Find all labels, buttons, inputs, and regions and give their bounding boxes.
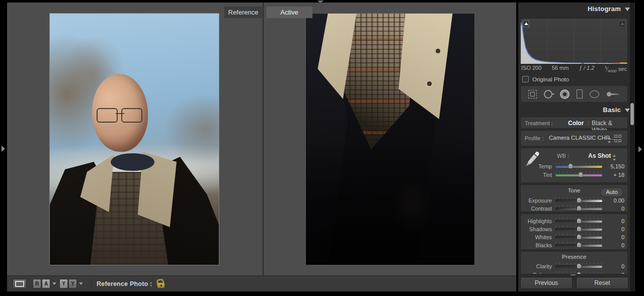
presence-box: Presence Clarity 0 Dehaze 0 bbox=[520, 251, 628, 274]
shadows-slider-row: Shadows 0 bbox=[521, 225, 626, 233]
blacks-slider[interactable] bbox=[555, 242, 602, 248]
auto-tone-button[interactable]: Auto bbox=[600, 187, 623, 197]
tint-slider[interactable] bbox=[555, 171, 602, 178]
dehaze-slider[interactable] bbox=[555, 271, 602, 274]
exposure-label: Exposure bbox=[521, 198, 552, 204]
glasses-bridge bbox=[116, 113, 125, 114]
temp-value: 5,150 bbox=[602, 163, 626, 169]
collapse-triangle-icon[interactable] bbox=[625, 109, 630, 112]
exposure-slider-row: Exposure 0.00 bbox=[521, 196, 626, 204]
blacks-value: 0 bbox=[602, 242, 626, 248]
highlights-slider[interactable] bbox=[555, 218, 602, 224]
portrait-head bbox=[92, 74, 148, 152]
glasses-lens-right bbox=[121, 108, 142, 123]
reference-pane: Reference bbox=[7, 3, 264, 275]
contrast-label: Contrast bbox=[521, 206, 552, 212]
focal-length-value: 56 mm bbox=[552, 65, 569, 73]
whites-slider-row: Whites 0 bbox=[521, 233, 626, 241]
histogram-title: Histogram bbox=[588, 5, 621, 13]
shadows-slider[interactable] bbox=[555, 226, 602, 232]
dehaze-slider-row: Dehaze 0 bbox=[521, 271, 626, 274]
spot-removal-icon[interactable] bbox=[544, 90, 552, 98]
after-view-button[interactable]: Y bbox=[68, 279, 77, 288]
radial-filter-icon[interactable] bbox=[590, 90, 599, 98]
tab-reference[interactable]: Reference bbox=[224, 7, 262, 18]
original-photo-checkbox[interactable] bbox=[522, 76, 529, 82]
before-view-button[interactable]: Y bbox=[59, 279, 68, 288]
right-panel-reveal-arrow[interactable] bbox=[638, 146, 642, 152]
whites-slider[interactable] bbox=[555, 234, 602, 240]
profile-stepper[interactable] bbox=[607, 137, 611, 143]
treatment-box: Treatment : Color | Black & White bbox=[520, 117, 628, 129]
clarity-slider[interactable] bbox=[555, 263, 602, 269]
shutter-speed-value: 1⁄4000 sec bbox=[605, 65, 627, 73]
collapse-triangle-icon[interactable] bbox=[625, 8, 630, 11]
panel-scrollbar[interactable] bbox=[630, 3, 634, 291]
active-pane: Active bbox=[264, 3, 516, 275]
tool-strip bbox=[520, 85, 628, 103]
glasses-lens-left bbox=[97, 108, 118, 123]
wb-stepper[interactable] bbox=[612, 155, 616, 161]
histogram[interactable] bbox=[520, 18, 628, 64]
reset-button[interactable]: Reset bbox=[576, 277, 628, 289]
active-view-button[interactable]: A bbox=[42, 279, 50, 288]
basic-panel-header[interactable]: Basic bbox=[518, 106, 630, 114]
shadow-clipping-indicator[interactable] bbox=[523, 21, 529, 27]
adjustment-brush-icon[interactable] bbox=[607, 90, 620, 97]
clarity-value: 0 bbox=[602, 263, 626, 269]
temp-slider[interactable] bbox=[555, 163, 602, 169]
whites-label: Whites bbox=[521, 234, 552, 240]
profile-label: Profile : bbox=[525, 135, 543, 141]
shadow-vignette bbox=[306, 14, 474, 265]
reference-photo-label: Reference Photo : bbox=[97, 280, 152, 287]
active-photo[interactable] bbox=[306, 14, 474, 265]
bottom-toolbar: R A Y Y Reference Photo : bbox=[7, 275, 516, 291]
light-sliders-box: Highlights 0 Shadows 0 Whites 0 Blacks 0 bbox=[520, 214, 628, 250]
reference-photo[interactable] bbox=[50, 14, 219, 265]
crop-icon[interactable] bbox=[528, 90, 537, 98]
dehaze-label: Dehaze bbox=[521, 272, 552, 275]
loupe-view-icon[interactable] bbox=[13, 279, 27, 289]
contrast-slider[interactable] bbox=[555, 205, 602, 212]
profile-box: Profile : Camera CLASSIC CHR... bbox=[520, 130, 628, 146]
exposure-slider[interactable] bbox=[555, 197, 602, 204]
histogram-panel-header[interactable]: Histogram bbox=[518, 5, 630, 13]
clarity-slider-row: Clarity 0 bbox=[521, 262, 626, 270]
highlight-clipping-indicator[interactable] bbox=[619, 21, 625, 27]
right-panel: Histogram ISO 200 56 mm ƒ / 1.2 1⁄4000 s… bbox=[518, 3, 635, 291]
compare-view-workspace: Reference Active bbox=[7, 3, 516, 275]
red-eye-icon[interactable] bbox=[560, 89, 570, 99]
panel-end-marker bbox=[571, 274, 576, 275]
shadows-value: 0 bbox=[602, 226, 626, 232]
blacks-label: Blacks bbox=[521, 242, 552, 248]
shadows-label: Shadows bbox=[521, 226, 552, 232]
blacks-slider-row: Blacks 0 bbox=[521, 241, 626, 249]
scrollbar-thumb[interactable] bbox=[630, 103, 634, 125]
left-panel-reveal-arrow[interactable] bbox=[2, 146, 5, 152]
wb-value[interactable]: As Shot bbox=[588, 152, 611, 159]
tone-box: Tone Auto Exposure 0.00 Contrast 0 bbox=[520, 184, 628, 212]
iso-value: ISO 200 bbox=[521, 65, 541, 73]
highlights-label: Highlights bbox=[521, 218, 552, 224]
clarity-label: Clarity bbox=[521, 263, 552, 269]
contrast-slider-row: Contrast 0 bbox=[521, 205, 626, 212]
profile-browser-grid-icon[interactable] bbox=[614, 135, 622, 143]
temp-label: Temp bbox=[521, 163, 552, 169]
treatment-color-option[interactable]: Color bbox=[568, 120, 584, 127]
chevron-down-icon[interactable] bbox=[79, 282, 83, 285]
profile-value[interactable]: Camera CLASSIC CHR... bbox=[549, 135, 615, 141]
previous-button[interactable]: Previous bbox=[520, 277, 573, 289]
whites-value: 0 bbox=[602, 234, 626, 240]
tab-active[interactable]: Active bbox=[266, 7, 312, 18]
toolbar-divider bbox=[91, 279, 92, 289]
graduated-filter-icon[interactable] bbox=[577, 89, 583, 98]
tint-value: + 18 bbox=[602, 172, 626, 178]
tint-slider-row: Tint + 18 bbox=[521, 171, 626, 178]
exposure-value: 0.00 bbox=[602, 198, 626, 204]
chevron-down-icon[interactable] bbox=[52, 282, 56, 285]
basic-title: Basic bbox=[603, 106, 621, 114]
treatment-divider: | bbox=[588, 120, 589, 126]
reference-view-button[interactable]: R bbox=[33, 279, 41, 288]
treatment-label: Treatment : bbox=[525, 120, 553, 126]
lock-icon[interactable] bbox=[157, 279, 166, 288]
